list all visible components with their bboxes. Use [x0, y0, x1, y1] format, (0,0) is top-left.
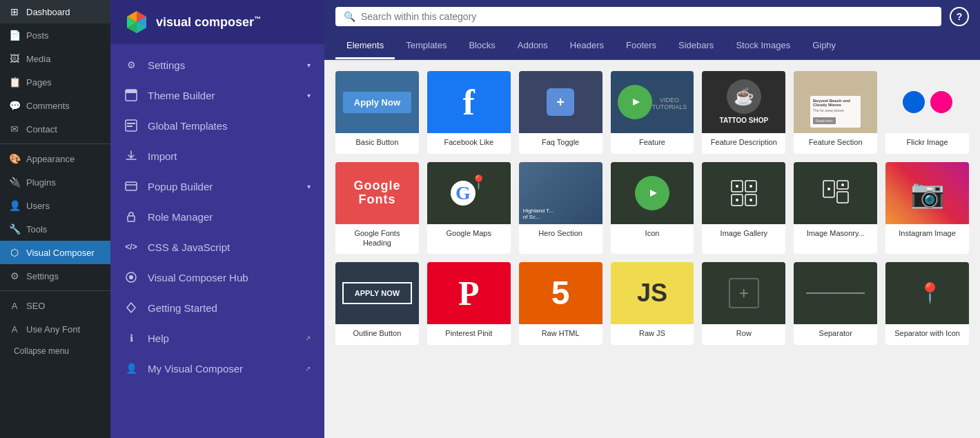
tab-stock-images[interactable]: Stock Images [725, 33, 801, 59]
element-card-row[interactable]: + Row [702, 262, 785, 345]
sidebar-item-settings[interactable]: ⚙ Settings [0, 264, 110, 288]
sidebar-label: Users [26, 201, 50, 211]
hero-bg: Highland T...of Sc... [519, 162, 602, 224]
element-card-google-maps[interactable]: G 📍 Google Maps [427, 162, 511, 254]
vc-menu-theme-builder[interactable]: Theme Builder ▾ [110, 80, 324, 110]
vc-logo: visual composer™ [110, 0, 324, 44]
sidebar-item-media[interactable]: 🖼 Media [0, 47, 110, 70]
help-button[interactable]: ? [950, 7, 969, 26]
divider [0, 143, 110, 144]
element-card-outline-button[interactable]: APPLY NOW Outline Button [335, 262, 419, 345]
vc-menu-settings[interactable]: ⚙ Settings ▾ [110, 50, 324, 80]
svg-rect-12 [126, 182, 137, 190]
element-card-icon[interactable]: Icon [611, 162, 694, 254]
element-thumb: JS [611, 262, 694, 324]
tab-addons[interactable]: Addons [507, 33, 559, 59]
element-label: Faq Toggle [519, 133, 602, 154]
sidebar-item-seo[interactable]: A SEO [0, 294, 110, 317]
element-card-basic-button[interactable]: Apply Now Basic Button [335, 71, 419, 154]
sidebar-label: Media [26, 54, 50, 64]
vc-menu-getting-started[interactable]: Getting Started [110, 292, 324, 323]
sidebar-item-posts[interactable]: 📄 Posts [0, 23, 110, 47]
tab-giphy[interactable]: Giphy [801, 33, 847, 59]
sidebar-item-users[interactable]: 👤 Users [0, 194, 110, 217]
search-box[interactable]: 🔍 [335, 7, 941, 26]
feature-section-text: Beyond Beach and Cloudy Waves [813, 99, 858, 107]
tools-icon: 🔧 [8, 223, 21, 235]
tab-footers[interactable]: Footers [615, 33, 667, 59]
element-card-facebook-like[interactable]: f Facebook Like [427, 71, 511, 154]
sidebar-item-tools[interactable]: 🔧 Tools [0, 217, 110, 241]
sidebar-item-use-any-font[interactable]: A Use Any Font [0, 317, 110, 341]
element-thumb: + [702, 262, 785, 324]
posts-icon: 📄 [8, 29, 21, 41]
vc-menu-popup-builder[interactable]: Popup Builder ▾ [110, 171, 324, 201]
svg-marker-17 [650, 190, 657, 197]
vc-menu-help[interactable]: ℹ Help ↗ [110, 323, 324, 353]
vc-menu-my-vc[interactable]: 👤 My Visual Composer ↗ [110, 353, 324, 384]
tab-templates[interactable]: Templates [395, 33, 458, 59]
element-label: Feature Description [702, 133, 785, 154]
appearance-icon: 🎨 [8, 152, 21, 165]
chevron-down-icon: ▾ [307, 183, 311, 190]
element-card-separator-with-icon[interactable]: 📍 Separator with Icon [885, 262, 969, 345]
tab-sidebars[interactable]: Sidebars [667, 33, 725, 59]
element-thumb [794, 162, 877, 224]
element-card-google-fonts-heading[interactable]: GoogleFonts Google Fonts Heading [335, 162, 419, 254]
theme-builder-icon [124, 88, 138, 102]
element-card-image-gallery[interactable]: Image Gallery [702, 162, 785, 254]
tab-blocks[interactable]: Blocks [458, 33, 506, 59]
sidebar-item-pages[interactable]: 📋 Pages [0, 70, 110, 94]
vc-menu-label: Getting Started [148, 302, 217, 314]
vc-menu-css-javascript[interactable]: </> CSS & JavaScript [110, 232, 324, 262]
element-card-raw-js[interactable]: JS Raw JS [611, 262, 694, 345]
vc-menu-import[interactable]: Import [110, 141, 324, 171]
icon-circle [635, 176, 669, 210]
sidebar-item-visual-composer[interactable]: ⬡ Visual Composer [0, 241, 110, 264]
vc-menu-hub[interactable]: Visual Composer Hub [110, 262, 324, 292]
element-card-feature[interactable]: VIDEOTUTORIALS Feature [611, 71, 694, 154]
element-label: Outline Button [335, 324, 419, 345]
row-plus-icon: + [729, 278, 759, 308]
element-card-hero-section[interactable]: Highland T...of Sc... Hero Section [519, 162, 602, 254]
vc-logo-icon [124, 10, 149, 34]
sidebar-item-contact[interactable]: ✉ Contact [0, 117, 110, 141]
popup-builder-icon [124, 179, 138, 193]
element-card-separator[interactable]: Separator [794, 262, 877, 345]
element-card-instagram-image[interactable]: 📷 Instagram Image [885, 162, 969, 254]
tab-elements[interactable]: Elements [335, 33, 395, 59]
element-label: Feature Section [794, 133, 877, 154]
svg-rect-8 [126, 90, 137, 93]
vc-menu-label: Visual Composer Hub [148, 272, 248, 283]
settings-icon: ⚙ [124, 58, 138, 72]
element-card-flickr-image[interactable]: Flickr Image [885, 71, 969, 154]
element-card-faq-toggle[interactable]: + Faq Toggle [519, 71, 602, 154]
element-label: Separator with Icon [885, 324, 969, 345]
svg-rect-13 [128, 216, 135, 221]
sidebar-item-comments[interactable]: 💬 Comments [0, 94, 110, 117]
visual-composer-icon: ⬡ [8, 246, 21, 259]
svg-point-24 [736, 199, 738, 201]
element-thumb: Highland T...of Sc... [519, 162, 602, 224]
element-card-image-masonry[interactable]: Image Masonry... [794, 162, 877, 254]
getting-started-icon [124, 301, 138, 315]
tab-headers[interactable]: Headers [559, 33, 615, 59]
collapse-menu-link[interactable]: Collapse menu [0, 341, 110, 361]
vc-menu-role-manager[interactable]: Role Manager [110, 201, 324, 232]
element-label: Instagram Image [885, 224, 969, 245]
separator-icon-wrap: 📍 [912, 281, 942, 304]
sidebar-item-appearance[interactable]: 🎨 Appearance [0, 147, 110, 170]
element-card-raw-html[interactable]: 5 Raw HTML [519, 262, 602, 345]
element-card-feature-section[interactable]: Beyond Beach and Cloudy Waves The far aw… [794, 71, 877, 154]
element-label: Separator [794, 324, 877, 345]
search-input[interactable] [361, 11, 933, 22]
vc-menu-global-templates[interactable]: Global Templates [110, 110, 324, 141]
element-card-pinterest-pinit[interactable]: P Pinterest Pinit [427, 262, 511, 345]
map-pin: 📍 [470, 174, 487, 190]
element-label: Basic Button [335, 133, 419, 154]
sidebar-item-plugins[interactable]: 🔌 Plugins [0, 170, 110, 194]
facebook-icon: f [463, 82, 475, 123]
element-card-feature-description[interactable]: ☕ TATTOO SHOP Feature Description [702, 71, 785, 154]
vc-menu: ⚙ Settings ▾ Theme Builder ▾ Global Temp… [110, 44, 324, 438]
sidebar-item-dashboard[interactable]: ⊞ Dashboard [0, 0, 110, 23]
